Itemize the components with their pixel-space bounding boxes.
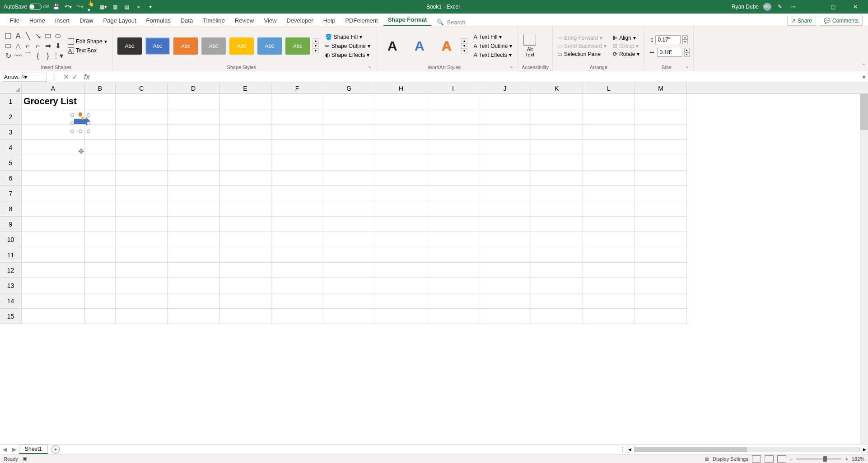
cell[interactable] <box>375 125 427 140</box>
col-header-B[interactable]: B <box>85 83 116 93</box>
cell[interactable] <box>635 309 687 324</box>
hscroll-right-icon[interactable]: ▶ <box>861 446 868 453</box>
cell[interactable] <box>427 155 479 171</box>
cell[interactable] <box>583 293 635 309</box>
cell[interactable] <box>116 94 168 109</box>
cell[interactable] <box>85 94 116 109</box>
cell[interactable] <box>427 109 479 125</box>
shape-line-icon[interactable]: ╲ <box>23 32 33 41</box>
cell[interactable] <box>531 186 583 201</box>
cell[interactable] <box>583 140 635 155</box>
cell[interactable] <box>375 293 427 309</box>
cell[interactable] <box>479 94 531 109</box>
cell[interactable] <box>116 247 168 263</box>
height-down-icon[interactable]: ▾ <box>682 40 688 44</box>
cell[interactable] <box>583 217 635 232</box>
select-all-button[interactable] <box>0 83 22 93</box>
user-avatar[interactable]: RD <box>763 3 771 11</box>
shape-style-1[interactable]: Abc <box>117 37 142 55</box>
cell[interactable] <box>219 293 271 309</box>
cell[interactable] <box>635 186 687 201</box>
cell[interactable] <box>168 247 219 263</box>
cell[interactable] <box>635 263 687 278</box>
tab-file[interactable]: File <box>5 15 24 26</box>
row-header-8[interactable]: 8 <box>0 201 22 217</box>
cell[interactable] <box>116 125 168 140</box>
cell[interactable] <box>375 94 427 109</box>
tab-pdfelement[interactable]: PDFelement <box>341 15 382 26</box>
cell[interactable] <box>375 309 427 324</box>
cell[interactable] <box>427 217 479 232</box>
cell[interactable] <box>635 247 687 263</box>
zoom-level[interactable]: 182% <box>852 456 864 462</box>
cell[interactable] <box>168 186 219 201</box>
cell[interactable] <box>635 140 687 155</box>
shape-style-3[interactable]: Abc <box>173 37 198 55</box>
shape-outline-button[interactable]: ✏Shape Outline▾ <box>323 42 372 50</box>
cell[interactable] <box>116 201 168 217</box>
cell[interactable] <box>22 140 85 155</box>
resize-handle[interactable] <box>79 130 82 133</box>
alt-text-button[interactable]: Alt Text <box>522 33 538 59</box>
shape-fill-button[interactable]: 🪣Shape Fill▾ <box>323 33 372 41</box>
cell[interactable] <box>635 171 687 186</box>
shape-curve-icon[interactable]: ⌒ <box>23 51 33 60</box>
cell[interactable] <box>22 278 85 293</box>
cell[interactable] <box>635 232 687 247</box>
page-break-view-button[interactable] <box>777 455 786 463</box>
shape-text-vert-icon[interactable]: A <box>14 32 23 41</box>
cell[interactable] <box>479 140 531 155</box>
shape-wave-icon[interactable]: 〰 <box>14 51 23 60</box>
redo-icon[interactable]: ↷▾ <box>76 3 84 11</box>
cell[interactable] <box>635 125 687 140</box>
tab-insert[interactable]: Insert <box>51 15 75 26</box>
col-header-F[interactable]: F <box>271 83 323 93</box>
cell[interactable] <box>479 232 531 247</box>
cell[interactable] <box>583 309 635 324</box>
cell[interactable] <box>635 155 687 171</box>
cell[interactable] <box>85 217 116 232</box>
cell[interactable] <box>531 309 583 324</box>
cell[interactable] <box>219 109 271 125</box>
col-header-D[interactable]: D <box>168 83 219 93</box>
search-box[interactable]: 🔍 Search <box>432 19 470 26</box>
cell[interactable] <box>271 201 323 217</box>
tab-view[interactable]: View <box>259 15 281 26</box>
expand-formula-bar-icon[interactable]: ▾ <box>860 73 868 81</box>
collapse-ribbon-icon[interactable]: ˄ <box>863 63 865 69</box>
shape-l-icon[interactable]: ⌐ <box>23 42 33 51</box>
cell[interactable] <box>375 109 427 125</box>
text-outline-button[interactable]: AText Outline▾ <box>472 42 514 50</box>
cell[interactable] <box>323 309 375 324</box>
undo-icon[interactable]: ↶▾ <box>64 3 72 11</box>
cell[interactable] <box>22 217 85 232</box>
cell[interactable] <box>219 125 271 140</box>
text-box-button[interactable]: AText Box <box>66 46 109 55</box>
cell[interactable] <box>583 94 635 109</box>
wordart-launcher-icon[interactable]: ↘ <box>509 65 514 70</box>
name-box[interactable]: Arrow: Rig...▾ <box>2 73 47 82</box>
hscroll-left-icon[interactable]: ◀ <box>626 446 633 453</box>
cell[interactable] <box>635 293 687 309</box>
normal-view-button[interactable] <box>752 455 761 463</box>
shape-effects-button[interactable]: ◐Shape Effects▾ <box>323 51 372 59</box>
rotate-button[interactable]: ⟳Rotate▾ <box>612 51 640 58</box>
row-header-12[interactable]: 12 <box>0 263 22 278</box>
sheet-prev-icon[interactable]: ◀ <box>0 446 9 453</box>
cell[interactable] <box>116 109 168 125</box>
shape-brace-l-icon[interactable]: { <box>33 51 42 60</box>
cell[interactable] <box>323 232 375 247</box>
cell[interactable] <box>116 293 168 309</box>
qa-icon-1[interactable]: ▦▾ <box>99 3 107 11</box>
text-effects-button[interactable]: AText Effects▾ <box>472 51 514 59</box>
adjustment-handle[interactable] <box>81 117 84 120</box>
row-header-1[interactable]: 1 <box>0 94 22 109</box>
cell[interactable] <box>219 140 271 155</box>
cell[interactable] <box>531 232 583 247</box>
cell[interactable] <box>271 293 323 309</box>
cell[interactable] <box>375 232 427 247</box>
wa-gallery-up-icon[interactable]: ▴ <box>461 38 467 43</box>
cell[interactable] <box>271 309 323 324</box>
page-layout-view-button[interactable] <box>765 455 774 463</box>
cell[interactable] <box>168 171 219 186</box>
